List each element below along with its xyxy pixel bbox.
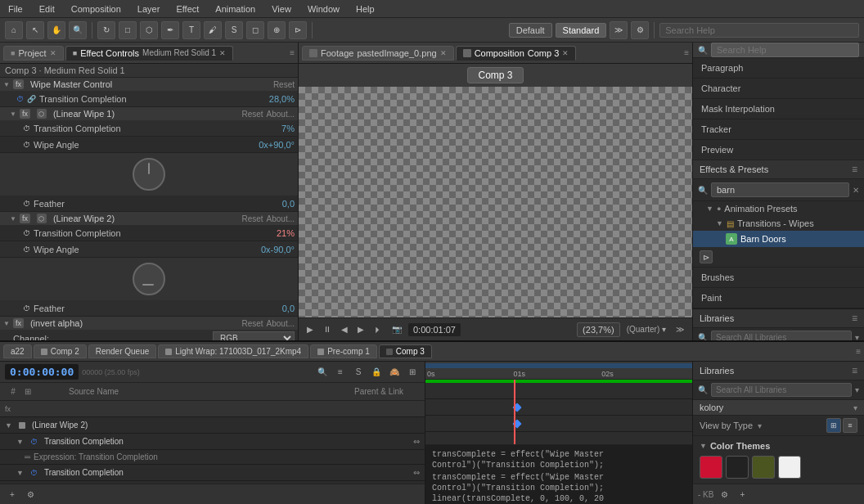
tl-swatch-black[interactable] [726,456,749,479]
tab-footage-close[interactable]: ✕ [440,49,447,57]
snapshot-btn[interactable]: 📷 [389,323,405,335]
menu-view[interactable]: View [268,2,295,16]
zoom-tool[interactable]: 🔍 [69,21,87,39]
tc-tl-stopwatch[interactable]: ⏱ [30,438,38,446]
tab-comp-close[interactable]: ✕ [562,49,569,57]
timeline-lib-menu[interactable]: ≡ [852,365,857,376]
tl-grid-view-btn[interactable]: ⊞ [826,418,841,433]
tl-swatch-olive[interactable] [752,456,775,479]
tab-effect-close[interactable]: ✕ [219,49,226,57]
select-tool[interactable]: ↖ [26,21,44,39]
preview-item[interactable]: Preview [693,140,864,160]
menu-composition[interactable]: Composition [68,2,124,16]
lib-search-dropdown[interactable]: ▾ [855,333,859,340]
shape-tool[interactable]: □ [119,21,137,39]
playhead[interactable] [514,380,515,444]
libraries-header[interactable]: Libraries ≡ [693,309,864,328]
lw1-angle-stopwatch[interactable]: ⏱ [23,141,30,149]
lw2-feather-stopwatch[interactable]: ⏱ [23,304,30,313]
panel-menu[interactable]: ≡ [290,48,295,57]
timeline-tab-comp3[interactable]: Comp 3 [379,344,432,358]
lw1-feather-stopwatch[interactable]: ⏱ [23,200,30,208]
quality-dropdown[interactable]: (Quarter) ▾ [623,323,669,335]
tl-lib-search-input[interactable] [711,383,852,397]
tl-lib-search-dropdown[interactable]: ▾ [855,385,859,394]
next-frame[interactable]: ▶ [354,323,367,335]
timeline-menu[interactable]: ≡ [856,347,861,356]
prev-frame[interactable]: ◀ [338,323,351,335]
timeline-tab-lightwrap[interactable]: Light Wrap: 171003D_017_2Kmp4 [158,344,308,358]
viewer-zoom[interactable]: (23,7%) [577,322,620,337]
roto-tool[interactable]: ⊕ [268,21,286,39]
solo-btn[interactable]: S [351,365,366,380]
shy-btn[interactable]: 🙈 [387,365,402,380]
viewer-canvas[interactable] [299,87,692,317]
libraries-menu[interactable]: ≡ [852,313,857,324]
lw1-angle-value[interactable]: 0x+90,0° [237,140,295,150]
home-btn[interactable]: ⌂ [5,21,23,39]
mask-tool[interactable]: ⬡ [140,21,158,39]
ep-menu[interactable]: ≡ [852,164,857,175]
dial2[interactable] [133,263,165,295]
tab-project-close[interactable]: ✕ [50,49,56,57]
mask-interpolation-item[interactable]: Mask Interpolation [693,99,864,119]
timeline-tab-a22[interactable]: a22 [3,344,32,358]
ia-channel-select[interactable]: RGB [213,331,295,340]
viewer-timecode[interactable]: 0:00:01:07 [408,323,461,336]
layer-props-btn[interactable]: ⚙ [23,487,38,502]
tl-list-view-btn[interactable]: ≡ [843,418,857,433]
hand-tool[interactable]: ✋ [47,21,65,39]
barn-doors-item[interactable]: A Barn Doors [693,231,864,247]
tl-swatch-white[interactable] [778,456,801,479]
linear-wipe-2-header[interactable]: ▼ fx ⬡ (Linear Wipe 2) Reset About... [0,212,298,225]
lw1-tc-value[interactable]: 7% [237,124,295,133]
search-layer-btn[interactable]: 🔍 [315,365,330,380]
wipe-master-control-header[interactable]: ▼ fx Wipe Master Control Reset [0,78,298,91]
settings-btn[interactable]: ⚙ [631,21,649,39]
ia-about[interactable]: About... [267,319,295,328]
invert-alpha-header[interactable]: ▼ fx (invert alpha) Reset About... [0,317,298,330]
brushes-item[interactable]: Brushes [693,268,864,288]
menu-effect[interactable]: Effect [173,2,202,16]
stopwatch-icon[interactable]: ⏱ [16,95,24,103]
lib-search-input[interactable] [711,331,852,340]
lw1-about[interactable]: About... [267,110,295,119]
animation-presets-item[interactable]: ▼ ● Animation Presets [693,201,864,216]
play-btn[interactable]: ▶ [304,323,317,335]
lib-settings-btn[interactable]: ⚙ [717,487,731,502]
menu-animation[interactable]: Animation [212,2,259,16]
ep-header[interactable]: Effects & Presets ≡ [693,160,864,179]
lw2-angle-stopwatch[interactable]: ⏱ [23,245,30,254]
apply-preset-btn[interactable]: ⊳ [700,250,713,263]
tab-composition[interactable]: Composition Comp 3 ✕ [456,46,577,61]
lw2-about[interactable]: About... [267,214,295,223]
lw1-feather-value[interactable]: 0,0 [237,199,295,209]
add-layer-btn[interactable]: + [5,487,20,502]
tc-tl-row[interactable]: ▼ ⏱ Transition Completion ⇔ [0,434,425,450]
lw1-stopwatch[interactable]: ⏱ [23,124,30,133]
tc2-stopwatch[interactable]: ⏱ [30,469,38,477]
tab-effect-controls[interactable]: ■ Effect Controls Medium Red Solid 1 ✕ [65,46,233,61]
dial1[interactable] [133,158,165,191]
tc-tl-expr-icon[interactable]: ⇔ [413,437,420,446]
paragraph-item[interactable]: Paragraph [693,58,864,79]
tl-view-by[interactable]: View by Type [700,421,753,430]
workspace-default[interactable]: Default [509,23,552,38]
text-tool[interactable]: T [182,21,200,39]
puppet-tool[interactable]: ⊳ [289,21,307,39]
tl-lib-dropdown[interactable]: kolory ▾ [693,400,864,416]
lw2-angle-value[interactable]: 0x-90,0° [237,245,295,254]
character-item[interactable]: Character [693,79,864,99]
workspace-more[interactable]: ≫ [610,21,628,39]
transitions-wipes-item[interactable]: ▼ ▤ Transitions - Wipes [693,216,864,231]
wipe-master-reset[interactable]: Reset [273,80,295,89]
tracker-item[interactable]: Tracker [693,119,864,140]
lw2-reset[interactable]: Reset [241,214,263,223]
ep-clear-btn[interactable]: ✕ [853,186,859,195]
lock-btn[interactable]: 🔒 [369,365,384,380]
tc-tl-row2[interactable]: ▼ ⏱ Transition Completion ⇔ [0,465,425,481]
eraser-tool[interactable]: ◻ [246,21,264,39]
lw2-timeline-row[interactable]: ▼ (Linear Wipe 2) [0,417,425,434]
tl-swatch-red[interactable] [700,456,722,479]
linear-wipe-1-header[interactable]: ▼ fx ⬡ (Linear Wipe 1) Reset About... [0,107,298,120]
